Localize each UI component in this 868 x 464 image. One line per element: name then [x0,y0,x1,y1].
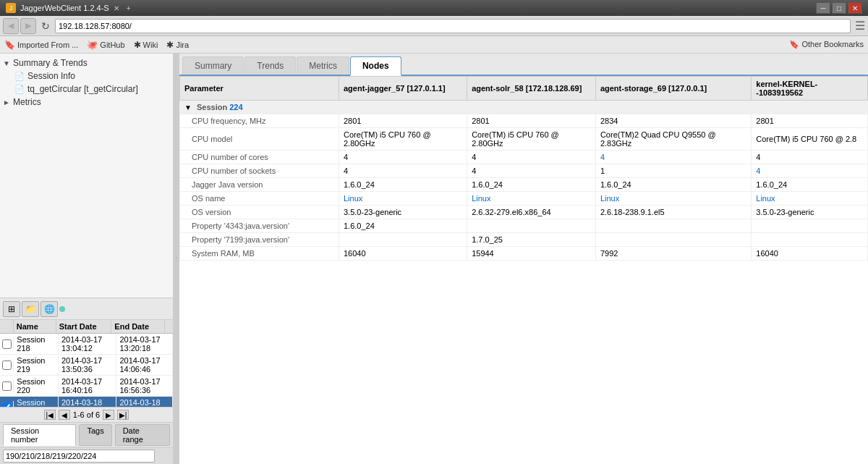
param-cpu-cores: CPU number of cores [180,151,339,164]
tool-table-button[interactable]: ⊞ [3,301,20,317]
back-button[interactable]: ◀ [3,18,19,34]
file-icon-session: 📄 [14,72,25,81]
bookmarks-bar: 🔖 Imported From ... 🐙 GitHub ✱ Wiki ✱ Ji… [0,36,868,54]
check-219[interactable] [0,359,14,371]
param-property-7199: Property '7199:java.version' [180,233,339,247]
val-os-name-58: Linux [467,192,596,206]
end-219: 2014-03-1714:06:46 [116,355,173,375]
resize-handle[interactable]: ⋮ [174,54,179,464]
table-row: Property '7199:java.version' 1.7.0_25 [180,233,868,247]
other-bookmarks[interactable]: 🔖 Other Bookmarks [789,40,864,49]
val-ram-58: 15944 [467,247,596,261]
tab-nodes[interactable]: Nodes [350,56,401,76]
first-page-button[interactable]: |◀ [44,410,56,420]
maximize-button[interactable]: □ [832,2,846,14]
end-218: 2014-03-1713:20:18 [116,334,173,354]
refresh-button[interactable]: ↻ [38,18,54,34]
session-table-section: Name Start Date End Date Session218 2014… [0,319,173,464]
start-220: 2014-03-1716:40:16 [59,376,116,396]
filter-tab-date-range[interactable]: Date range [115,424,170,446]
nodes-table: Parameter agent-jagger_57 [127.0.1.1] ag… [179,76,868,261]
bookmark-jira[interactable]: ✱ Jira [166,40,189,50]
param-ram: System RAM, MB [180,247,339,261]
other-bookmarks-label: Other Bookmarks [801,40,864,48]
new-tab-btn[interactable]: + [127,4,131,12]
sidebar-label-session-info: Session Info [27,71,75,81]
table-row: Property '4343:java.version' 1.6.0_24 [180,219,868,233]
filter-tab-session-number[interactable]: Session number [3,424,76,446]
session-group-row: ▼ Session 224 [180,101,868,114]
sidebar-item-summary-trends[interactable]: ▼ Summary & Trends [0,56,173,69]
tab-metrics[interactable]: Metrics [297,56,349,75]
tab-trends[interactable]: Trends [244,56,296,75]
param-property-4343: Property '4343:java.version' [180,219,339,233]
bookmark-github-label: GitHub [100,41,124,49]
tool-globe-button[interactable]: 🌐 [41,301,58,317]
wiki-icon: ✱ [134,40,141,50]
check-218[interactable] [0,338,14,350]
session-row-224[interactable]: Session224 2014-03-1810:58:51 2014-03-18… [0,397,173,407]
checkbox-219[interactable] [2,360,12,370]
tab-summary[interactable]: Summary [182,56,244,75]
val-prop7199-58: 1.7.0_25 [467,233,596,247]
checkbox-220[interactable] [2,381,12,391]
param-cpu-freq: CPU frequency, MHz [180,114,339,128]
title-bar: J JaggerWebClient 1.2.4-S ✕ + ─ □ ✕ [0,0,868,16]
end-col-header: End Date [111,320,165,333]
close-button[interactable]: ✕ [848,2,862,14]
tree-section: ▼ Summary & Trends 📄 Session Info 📄 tq_g… [0,54,173,298]
val-prop7199-57 [339,233,467,247]
val-prop7199-kernel [752,233,868,247]
bookmark-jira-label: Jira [176,41,189,49]
session-table-body: Session218 2014-03-1713:04:12 2014-03-17… [0,334,173,407]
table-row: OS name Linux Linux Linux Linux [180,192,868,206]
val-cpu-cores-kernel: 4 [752,151,868,164]
bookmark-wiki[interactable]: ✱ Wiki [134,40,158,50]
session-row-220[interactable]: Session220 2014-03-1716:40:16 2014-03-17… [0,376,173,397]
val-prop4343-kernel [752,219,868,233]
val-cpu-sockets-kernel: 4 [752,164,868,178]
github-icon: 🐙 [87,40,98,50]
menu-button[interactable]: ☰ [855,19,865,33]
session-expand-icon[interactable]: ▼ [184,104,192,111]
other-bookmarks-icon: 🔖 [789,40,799,48]
table-row: System RAM, MB 16040 15944 7992 16040 [180,247,868,261]
check-224[interactable] [0,401,14,408]
sidebar-label-metrics: Metrics [13,97,41,107]
forward-button[interactable]: ▶ [20,18,36,34]
sidebar-item-metrics[interactable]: ► Metrics [0,96,173,109]
val-cpu-model-69: Core(TM)2 Quad CPU Q9550 @ 2.83GHz [595,128,751,151]
start-219: 2014-03-1713:50:36 [59,355,116,375]
tab-indicator: ✕ [114,4,119,12]
session-row-219[interactable]: Session219 2014-03-1713:50:36 2014-03-17… [0,355,173,376]
address-input[interactable] [55,19,851,33]
last-page-button[interactable]: ▶| [117,410,129,420]
filter-tab-tags[interactable]: Tags [79,424,111,446]
check-220[interactable] [0,380,14,392]
pagination: |◀ ◀ 1-6 of 6 ▶ ▶| [0,407,173,422]
val-cpu-model-58: Core(TM) i5 CPU 760 @ 2.80GHz [467,128,596,151]
next-page-button[interactable]: ▶ [103,410,114,420]
minimize-button[interactable]: ─ [816,2,830,14]
left-panel: ▼ Summary & Trends 📄 Session Info 📄 tq_g… [0,54,174,464]
sidebar-item-session-info[interactable]: 📄 Session Info [0,69,173,83]
session-table-header: Name Start Date End Date [0,320,173,334]
val-cpu-freq-58: 2801 [467,114,596,128]
val-os-ver-kernel: 3.5.0-23-generic [752,206,868,219]
bookmark-imported-label: Imported From ... [17,41,78,49]
check-col-header [0,320,14,333]
checkbox-218[interactable] [2,339,12,349]
col-header-agent57: agent-jagger_57 [127.0.1.1] [339,77,467,101]
session-row-218[interactable]: Session218 2014-03-1713:04:12 2014-03-17… [0,334,173,355]
prev-page-button[interactable]: ◀ [59,410,70,420]
sidebar-item-getcircular[interactable]: 📄 tq_getCircular [t_getCircular] [0,83,173,96]
main-layout: ▼ Summary & Trends 📄 Session Info 📄 tq_g… [0,54,868,464]
val-cpu-cores-69: 4 [595,151,751,164]
bookmark-github[interactable]: 🐙 GitHub [87,40,124,50]
end-224: 2014-03-1811:15:11 [116,397,173,407]
name-224: Session224 [14,397,59,407]
session-filter-input[interactable] [3,450,155,463]
tool-folder-button[interactable]: 📁 [22,301,39,317]
val-cpu-cores-57: 4 [339,151,467,164]
bookmark-imported[interactable]: 🔖 Imported From ... [4,40,78,50]
